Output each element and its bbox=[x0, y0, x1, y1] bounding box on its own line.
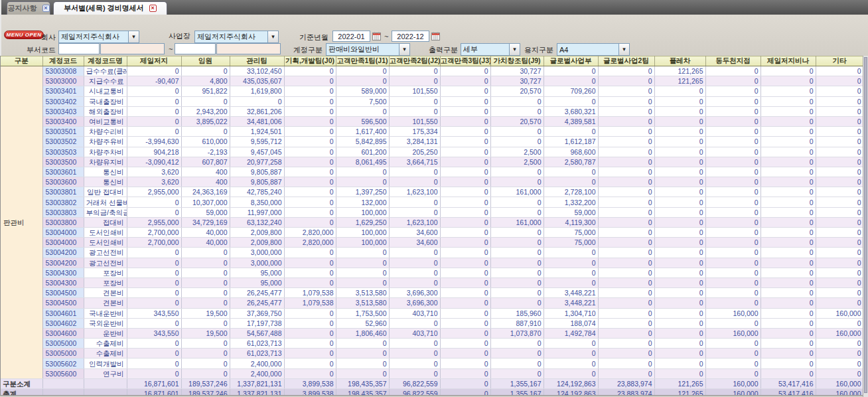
table-row[interactable]: 53003802거래처 선물비010,307,0008,350,0000132,… bbox=[1, 197, 863, 207]
column-header[interactable]: 플레차 bbox=[654, 56, 705, 66]
workplace-select-value: 제일저지주식회사 bbox=[195, 32, 267, 42]
cell-value: 0 bbox=[440, 339, 490, 349]
output-type-select[interactable]: 세부 ▾ bbox=[461, 43, 520, 56]
cell-value: 40,000 bbox=[181, 228, 230, 238]
cell-account-code: 53003803 bbox=[42, 207, 84, 217]
table-row[interactable]: 53004500견본비0026,245,4771,079,5383,513,58… bbox=[1, 298, 863, 308]
column-header[interactable]: 기획,개발팀(J0) bbox=[284, 56, 336, 66]
cell-value: 20,570 bbox=[490, 86, 543, 96]
tab-notice[interactable]: 공지사항 × bbox=[7, 1, 50, 15]
calendar-icon[interactable] bbox=[431, 32, 440, 40]
column-header[interactable]: 고객만족2팀(J2) bbox=[389, 56, 440, 66]
column-header[interactable]: 고객만족1팀(J1) bbox=[336, 56, 389, 66]
cell-total-value: 16,871,601 bbox=[127, 378, 181, 388]
table-row[interactable]: 53004000도서인쇄비2,700,00040,0002,009,8002,8… bbox=[1, 228, 863, 238]
column-header[interactable]: 제일저지비나 bbox=[760, 56, 816, 66]
dept-code-to-input[interactable] bbox=[175, 43, 216, 54]
grand-total-row[interactable]: 총계16,871,601189,537,2461,337,821,1313,89… bbox=[1, 389, 863, 396]
cell-value: 0 bbox=[336, 358, 389, 368]
cell-value: 0 bbox=[336, 268, 389, 278]
cell-value: 0 bbox=[760, 106, 816, 116]
table-row[interactable]: 53003000지급수수료-90,4074,800435,035,6070000… bbox=[1, 76, 863, 86]
subtotal-row[interactable]: 구분소계16,871,601189,537,2461,337,821,1313,… bbox=[1, 378, 863, 388]
table-row[interactable]: 53004300포장비0095,00000000000000 bbox=[1, 268, 863, 278]
table-row[interactable]: 53003401시내교통비0951,8221,619,8000589,00010… bbox=[1, 86, 863, 96]
column-header[interactable]: 고객만족3팀(J3) bbox=[440, 56, 490, 66]
table-row[interactable]: 53004300포장비0095,00000000000000 bbox=[1, 278, 863, 287]
table-row[interactable]: 판관비53003008급수수료(클레임)0033,102,450000030,7… bbox=[1, 66, 863, 76]
column-header[interactable]: 동두천지점 bbox=[705, 56, 760, 66]
table-row[interactable]: 53003402국내출장비00007,500000000000 bbox=[1, 96, 863, 106]
cell-value: 8,061,495 bbox=[336, 157, 389, 167]
table-row[interactable]: 53004200광고선전비003,000,00000000000000 bbox=[1, 248, 863, 258]
calendar-icon[interactable] bbox=[372, 32, 381, 40]
table-row[interactable]: 53003400여비교통비03,895,02234,481,0060596,50… bbox=[1, 116, 863, 126]
cell-value: 0 bbox=[284, 197, 336, 207]
cell-value: 0 bbox=[760, 197, 816, 207]
column-header[interactable]: 구분 bbox=[1, 56, 42, 66]
table-row[interactable]: 53003803부의금/축의금059,00011,997,0000100,000… bbox=[1, 207, 863, 217]
cell-value: 54,567,488 bbox=[230, 328, 284, 338]
table-row[interactable]: 53003502차량주유비-3,994,630610,0009,595,7120… bbox=[1, 137, 863, 147]
table-row[interactable]: 53003600통신비3,6204009,805,88700000000000 bbox=[1, 177, 863, 187]
cell-account-name: 국내운반비 bbox=[84, 308, 127, 318]
table-row[interactable]: 53003500차량유지비-3,090,412607,80720,977,258… bbox=[1, 157, 863, 167]
cell-value: 3,620 bbox=[127, 167, 181, 177]
scrollbar-thumb[interactable] bbox=[864, 57, 867, 393]
table-row[interactable]: 53005600연구비002,400,00000000000000 bbox=[1, 368, 863, 378]
dept-code-from-input[interactable] bbox=[58, 43, 100, 54]
cell-value: 0 bbox=[336, 278, 389, 287]
paper-type-select[interactable]: A4 ▾ bbox=[557, 43, 630, 56]
table-row[interactable]: 53005602인력개발비002,400,00000000000000 bbox=[1, 358, 863, 368]
cell-value: 601,200 bbox=[336, 147, 389, 157]
column-header[interactable]: 가치창조팀(J9) bbox=[490, 56, 543, 66]
dept-code-from-name-input[interactable] bbox=[100, 43, 165, 54]
table-row[interactable]: 53005000수출제비0061,023,71300000000000 bbox=[1, 349, 863, 358]
cell-value: 0 bbox=[816, 147, 863, 157]
account-type-select[interactable]: 판매비와일반비 ▾ bbox=[326, 43, 410, 56]
cell-value: 0 bbox=[760, 368, 816, 378]
tab-close-icon[interactable]: × bbox=[42, 5, 50, 12]
table-row[interactable]: 53005000수출제비0061,023,71300000000000 bbox=[1, 339, 863, 349]
cell-value: 95,000 bbox=[230, 268, 284, 278]
tab-close-icon[interactable]: × bbox=[149, 5, 157, 12]
cell-account-code: 53004500 bbox=[42, 288, 84, 298]
base-month-to-input[interactable] bbox=[392, 31, 429, 42]
tab-expense-report[interactable]: 부서별(세목) 경비명세서 × bbox=[53, 1, 167, 15]
table-row[interactable]: 53003601통신비3,6204009,805,88700000000000 bbox=[1, 167, 863, 177]
column-header[interactable]: 글로벌사업2팀 bbox=[598, 56, 654, 66]
table-row[interactable]: 53004601국내운반비343,55019,50037,369,75001,7… bbox=[1, 308, 863, 318]
table-row[interactable]: 53004602국외운반비0017,197,738052,96000887,91… bbox=[1, 318, 863, 328]
table-row[interactable]: 53004600운반비343,55019,50054,567,48801,806… bbox=[1, 328, 863, 338]
workplace-select[interactable]: 제일저지주식회사 ▾ bbox=[194, 31, 279, 43]
column-header[interactable]: 임원 bbox=[181, 56, 230, 66]
cell-value: 0 bbox=[389, 207, 440, 217]
cell-value: 0 bbox=[284, 86, 336, 96]
table-row[interactable]: 53004500견본비0026,245,4771,079,5383,513,58… bbox=[1, 288, 863, 298]
column-header[interactable]: 제일저지 bbox=[127, 56, 181, 66]
cell-value: 0 bbox=[654, 187, 705, 197]
table-row[interactable]: 53003800접대비2,955,00034,729,16963,132,240… bbox=[1, 217, 863, 227]
table-row[interactable]: 53004200광고선전비003,000,00000000000000 bbox=[1, 258, 863, 268]
cell-value: 0 bbox=[760, 268, 816, 278]
dept-code-to-name-input[interactable] bbox=[216, 43, 281, 54]
cell-value: 34,600 bbox=[389, 228, 440, 238]
table-row[interactable]: 53003503차량주차비904,218-2,1939,457,0450601,… bbox=[1, 147, 863, 157]
table-row[interactable]: 53003403해외출장비02,943,20032,861,206000003,… bbox=[1, 106, 863, 116]
table-row[interactable]: 53003801일반 접대비2,955,00024,363,16942,785,… bbox=[1, 187, 863, 197]
cell-value: 1,492,784 bbox=[543, 328, 598, 338]
column-header[interactable]: 글로벌사업부 bbox=[543, 56, 598, 66]
company-select[interactable]: 제일저지주식회사 ▾ bbox=[58, 31, 139, 43]
cell-value: 160,000 bbox=[816, 328, 863, 338]
cell-value: 3,620 bbox=[127, 177, 181, 187]
table-row[interactable]: 53004000도서인쇄비2,700,00040,0002,009,8002,8… bbox=[1, 238, 863, 248]
cell-value: 0 bbox=[127, 66, 181, 76]
column-header[interactable]: 관리팀 bbox=[230, 56, 284, 66]
column-header[interactable]: 기타 bbox=[816, 56, 863, 66]
table-row[interactable]: 53003501차량수리비001,924,50101,617,400175,33… bbox=[1, 127, 863, 137]
vertical-scrollbar[interactable] bbox=[863, 56, 868, 397]
base-month-from-input[interactable] bbox=[332, 31, 370, 42]
cell-value: 0 bbox=[760, 177, 816, 187]
column-header[interactable]: 계정코드 bbox=[42, 56, 84, 66]
column-header[interactable]: 계정코드명 bbox=[84, 56, 127, 66]
